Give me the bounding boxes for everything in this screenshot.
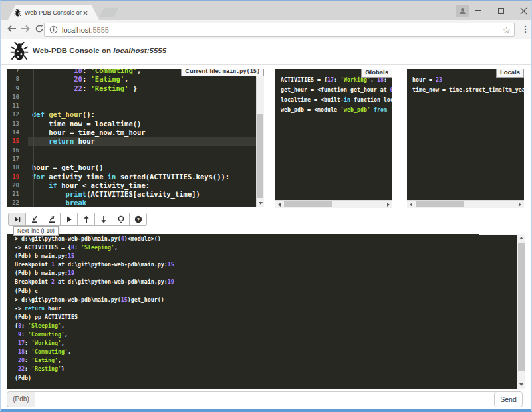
gutter-divider <box>33 69 34 207</box>
pdb-console-label: PDB Console <box>479 234 525 235</box>
syntax-token: : <box>74 244 81 251</box>
syntax-token: 15 <box>68 253 74 259</box>
code-text: print(ACTIVITIES[activity_time]) <box>28 190 264 199</box>
code-text <box>28 146 264 155</box>
url-text: localhost:5555 <box>62 26 109 34</box>
forward-button[interactable] <box>19 23 31 35</box>
line-number: 10 <box>7 93 28 102</box>
console-vertical-scrollbar[interactable] <box>517 234 525 389</box>
syntax-token: 'Sleeping' <box>28 322 61 329</box>
console-line: (Pdb) pp ACTIVITIES <box>15 313 516 322</box>
continue-button[interactable] <box>60 213 78 226</box>
code-line: 13 time_now = localtime() <box>7 120 264 128</box>
scroll-down-arrow[interactable] <box>257 199 264 207</box>
line-number: 14 <box>7 128 28 137</box>
page-title: Web-PDB Console on localhost:5555 <box>33 47 166 54</box>
scroll-right-arrow[interactable] <box>516 201 524 208</box>
scroll-down-arrow[interactable] <box>517 381 525 389</box>
profile-avatar[interactable] <box>456 5 469 17</box>
line-number: 18 <box>7 163 28 172</box>
send-button[interactable]: Send <box>494 391 523 407</box>
new-tab-button[interactable] <box>99 8 119 17</box>
stack-up-button[interactable] <box>77 213 95 226</box>
syntax-token: 'Working' <box>31 340 61 346</box>
syntax-token: time_now = localtime() <box>32 120 141 128</box>
syntax-token: hour <box>74 137 95 145</box>
syntax-token: at d:\git\python-web-pdb\main.py: <box>55 261 168 268</box>
syntax-token: > d:\git\python-web-pdb\main.py( <box>15 235 121 242</box>
code-line: 21 print(ACTIVITIES[activity_time]) <box>7 190 264 199</box>
step-out-icon <box>48 215 56 223</box>
address-bar[interactable]: localhost:5555 ☆ <box>44 23 515 37</box>
step-out-button[interactable] <box>43 213 61 226</box>
syntax-token: 'Commuting' <box>91 69 138 74</box>
help-button[interactable]: ? <box>129 213 147 226</box>
syntax-token: in <box>344 96 350 103</box>
syntax-token: : <box>334 76 340 83</box>
globals-panel: ACTIVITIES = {17: 'Working', 18: 'Commut… <box>275 69 392 208</box>
window-minimize-button[interactable] <box>468 1 488 20</box>
line-number: 16 <box>7 146 28 155</box>
command-input[interactable] <box>35 391 497 407</box>
syntax-token: 'Resting' <box>91 84 129 92</box>
console-line: 17: 'Working', <box>15 339 516 348</box>
code-line: 14 hour = time_now.tm_hour <box>7 128 264 137</box>
syntax-token: sorted(ACTIVITIES.keys()): <box>116 173 229 181</box>
syntax-token: : <box>21 322 28 329</box>
globals-horizontal-scrollbar[interactable] <box>275 200 392 208</box>
syntax-token: (Pdb) b main.py: <box>15 253 68 259</box>
current-position-button[interactable] <box>112 213 130 226</box>
syntax-token: 20 <box>74 75 82 83</box>
scroll-left-arrow[interactable] <box>407 201 415 208</box>
code-scroll-thumb[interactable] <box>257 114 263 198</box>
locals-line: time_now = time.struct_time(tm_year=2017 <box>412 85 524 95</box>
code-line: 19for activity_time in sorted(ACTIVITIES… <box>7 173 264 181</box>
stack-down-button[interactable] <box>94 213 112 226</box>
window-maximize-button[interactable] <box>491 1 511 20</box>
console-scroll-thumb[interactable] <box>518 243 525 371</box>
code-text <box>28 155 264 163</box>
code-vertical-scrollbar[interactable] <box>256 69 264 207</box>
syntax-token: at d:\git\python-web-pdb\main.py: <box>55 278 168 285</box>
browser-menu-button[interactable]: ⋮ <box>520 23 531 36</box>
syntax-token: Breakpoint <box>15 261 51 268</box>
page-info-icon[interactable] <box>49 25 58 34</box>
console-line: Breakpoint 1 at d:\git\python-web-pdb\ma… <box>15 260 516 269</box>
globals-scroll-thumb[interactable] <box>284 201 332 207</box>
locals-scroll-thumb[interactable] <box>416 201 464 207</box>
locals-horizontal-scrollbar[interactable] <box>407 200 524 208</box>
code-text: 20: 'Eating', <box>28 75 264 84</box>
console-line: 18: 'Commuting', <box>15 348 516 356</box>
browser-tab[interactable]: Web-PDB Console on loc <box>8 5 99 20</box>
syntax-token: from <box>374 106 387 113</box>
scroll-right-arrow[interactable] <box>384 201 392 208</box>
next-line-button[interactable] <box>8 213 26 226</box>
back-button[interactable] <box>5 23 17 35</box>
person-icon <box>459 7 466 15</box>
syntax-token: : <box>82 75 91 83</box>
code-text: return hour <box>28 137 264 146</box>
locals-label: Locals <box>496 69 524 78</box>
syntax-token: ACTIVITIES = { <box>281 76 327 83</box>
maximize-icon <box>498 8 504 14</box>
syntax-token: , <box>68 348 71 355</box>
console-line: Breakpoint 2 at d:\git\python-web-pdb\ma… <box>15 278 516 286</box>
globals-line: localtime = <built-in function localtime… <box>281 95 392 105</box>
code-text: break <box>28 199 264 207</box>
syntax-token: if <box>49 181 57 189</box>
next-line-icon <box>13 215 21 223</box>
code-text: hour = get_hour() <box>28 163 264 172</box>
syntax-token: hour <box>45 305 61 312</box>
syntax-token: : <box>82 84 91 92</box>
syntax-token: time_now = time.struct_time(tm_year=2017 <box>412 86 524 93</box>
step-into-button[interactable] <box>25 213 43 226</box>
current-file-label: Current file: main.py(15) <box>181 69 264 76</box>
tab-close-icon[interactable] <box>82 10 88 16</box>
scroll-left-arrow[interactable] <box>275 201 283 208</box>
syntax-token: (Pdb) b main.py: <box>15 270 68 276</box>
bookmark-star-icon[interactable]: ☆ <box>502 25 511 35</box>
window-close-button[interactable] <box>513 1 532 20</box>
syntax-token <box>32 181 49 189</box>
site-header: Web-PDB Console on localhost:5555 <box>1 40 531 64</box>
code-line: 12def get_hour(): <box>7 110 264 119</box>
